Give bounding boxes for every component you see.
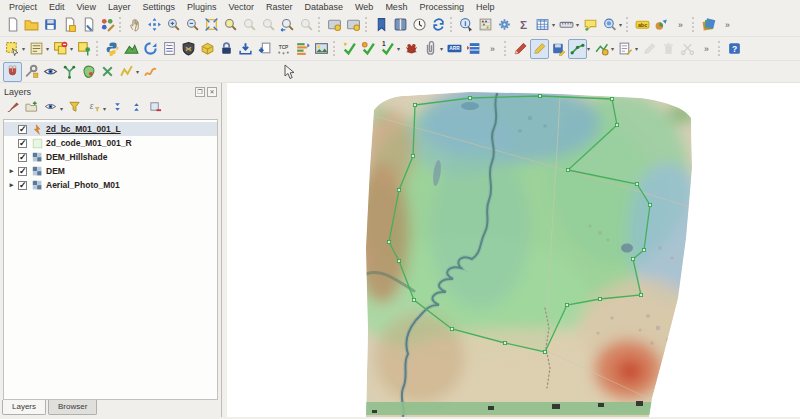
enable-tracing-dropdown-arrow-icon[interactable]: ▾ (134, 68, 141, 75)
new-project-button[interactable] (3, 15, 22, 35)
tcp-connection-button[interactable]: TCP (274, 39, 293, 59)
new-map-view-button[interactable] (325, 15, 344, 35)
zoom-in-button[interactable] (164, 15, 183, 35)
show-spatial-bookmarks-button[interactable] (391, 15, 410, 35)
select-features-dropdown-arrow-icon[interactable]: ▾ (20, 45, 27, 52)
filter-by-expression-dropdown-arrow-icon[interactable]: ▾ (101, 105, 108, 112)
polygon-vertex-marker[interactable] (468, 96, 471, 99)
cut-features-button[interactable] (678, 39, 697, 59)
delete-selected-button[interactable] (659, 39, 678, 59)
digitize-with-curve-button[interactable] (141, 62, 160, 82)
map-tips-button[interactable] (581, 15, 600, 35)
map-canvas[interactable] (227, 83, 800, 417)
plugin-reloader-button[interactable] (141, 39, 160, 59)
layer-checkbox[interactable]: ✓ (18, 139, 27, 148)
pan-map-button[interactable] (126, 15, 145, 35)
help-contents-button[interactable]: ? (725, 39, 744, 59)
select-features-by-value-dropdown-arrow-icon[interactable]: ▾ (44, 45, 51, 52)
new-print-layout-button[interactable] (60, 15, 79, 35)
layer-labeling-options-button[interactable]: abc (633, 15, 652, 35)
layer-row-DEM_Hillshade[interactable]: ✓DEM_Hillshade (4, 150, 217, 164)
python-console-button[interactable] (103, 39, 122, 59)
layer-row-DEM[interactable]: ▸✓DEM (4, 164, 217, 178)
menu-help[interactable]: Help (470, 2, 501, 12)
polygon-vertex-marker[interactable] (635, 182, 638, 185)
menu-raster[interactable]: Raster (260, 2, 299, 12)
panel-close-button[interactable]: ✕ (207, 87, 217, 97)
menu-project[interactable]: Project (3, 2, 43, 12)
polygon-vertex-marker[interactable] (412, 298, 415, 301)
zoom-to-native-button[interactable] (259, 15, 278, 35)
blue-table-plugin-button[interactable] (464, 39, 483, 59)
layer-row-2d_code_M01_001_R[interactable]: ✓2d_code_M01_001_R (4, 136, 217, 150)
snapping-on-intersection-button[interactable] (98, 62, 117, 82)
polygon-vertex-marker[interactable] (503, 341, 506, 344)
new-3d-map-view-button[interactable] (344, 15, 363, 35)
polygon-vertex-marker[interactable] (598, 297, 601, 300)
polygon-vertex-marker[interactable] (387, 240, 390, 243)
log-notes-button[interactable] (160, 39, 179, 59)
layer-name[interactable]: DEM_Hillshade (46, 152, 107, 162)
dock-tab-browser[interactable]: Browser (48, 400, 97, 415)
import-page-button[interactable] (255, 39, 274, 59)
polygon-vertex-marker[interactable] (566, 168, 569, 171)
style-manager-button[interactable] (98, 15, 117, 35)
identify-features-button[interactable]: i (457, 15, 476, 35)
menu-edit[interactable]: Edit (43, 2, 71, 12)
menu-mesh[interactable]: Mesh (379, 2, 413, 12)
snapping-mode-button[interactable] (22, 62, 41, 82)
check-edit-button[interactable] (340, 39, 359, 59)
filter-legend-button[interactable] (65, 99, 84, 117)
layer-expander-icon[interactable]: ▸ (7, 167, 16, 175)
remove-layer-button[interactable] (146, 99, 165, 117)
expand-all-button[interactable] (108, 99, 127, 117)
layer-row-2d_bc_M01_001_L[interactable]: ✓2d_bc_M01_001_L (4, 122, 217, 136)
open-layer-styling-button[interactable] (3, 99, 22, 117)
vertex-tool-dropdown-arrow-icon[interactable]: ▾ (609, 45, 616, 52)
pan-to-selection-button[interactable] (145, 15, 164, 35)
menu-database[interactable]: Database (299, 2, 350, 12)
screen-capture-button[interactable] (312, 39, 331, 59)
data-source-manager-button[interactable] (699, 15, 718, 35)
statistical-summary-button[interactable]: Σ (514, 15, 533, 35)
save-project-button[interactable] (41, 15, 60, 35)
zoom-next-button[interactable] (297, 15, 316, 35)
refresh-map-button[interactable] (429, 15, 448, 35)
digitizing-overflow-button[interactable]: » (697, 39, 716, 59)
polygon-vertex-marker[interactable] (397, 188, 400, 191)
checks-overflow-button[interactable]: » (483, 39, 502, 59)
polygon-vertex-marker[interactable] (631, 257, 634, 260)
processing-toolbox-button[interactable] (495, 15, 514, 35)
arr-plugin-button[interactable]: ARR (445, 39, 464, 59)
panel-float-button[interactable]: ❐ (195, 87, 205, 97)
field-calculator-button[interactable] (476, 15, 495, 35)
layer-expander-icon[interactable]: ▸ (7, 181, 16, 189)
zoom-to-layer-button[interactable] (240, 15, 259, 35)
avoid-overlap-button[interactable] (79, 62, 98, 82)
polygon-vertex-marker[interactable] (397, 259, 400, 262)
show-layout-manager-button[interactable] (79, 15, 98, 35)
layer-checkbox[interactable]: ✓ (18, 153, 27, 162)
polygon-vertex-marker[interactable] (648, 203, 651, 206)
enable-snapping-button[interactable] (3, 62, 22, 82)
zoom-last-button[interactable] (278, 15, 297, 35)
topological-editing-button[interactable] (60, 62, 79, 82)
select-by-location-button[interactable] (75, 39, 94, 59)
modify-feature-button[interactable] (640, 39, 659, 59)
layer-name[interactable]: 2d_bc_M01_001_L (46, 124, 121, 134)
menu-settings[interactable]: Settings (136, 2, 181, 12)
lock-layers-button[interactable] (217, 39, 236, 59)
cube-3d-plugin-button[interactable] (198, 39, 217, 59)
manage-map-themes-dropdown-arrow-icon[interactable]: ▾ (58, 105, 65, 112)
polygon-vertex-marker[interactable] (413, 103, 416, 106)
layer-name[interactable]: DEM (46, 166, 65, 176)
add-group-button[interactable] (22, 99, 41, 117)
layer-order-plugin-button[interactable] (293, 39, 312, 59)
layer-checkbox[interactable]: ✓ (18, 125, 27, 134)
deselect-features-dropdown-arrow-icon[interactable]: ▾ (68, 45, 75, 52)
attachments-dropdown-arrow-icon[interactable]: ▾ (438, 45, 445, 52)
polygon-vertex-marker[interactable] (565, 303, 568, 306)
check-single-dropdown-arrow-icon[interactable]: ▾ (395, 45, 402, 52)
polygon-vertex-marker[interactable] (615, 123, 618, 126)
save-layer-edits-button[interactable] (549, 39, 568, 59)
